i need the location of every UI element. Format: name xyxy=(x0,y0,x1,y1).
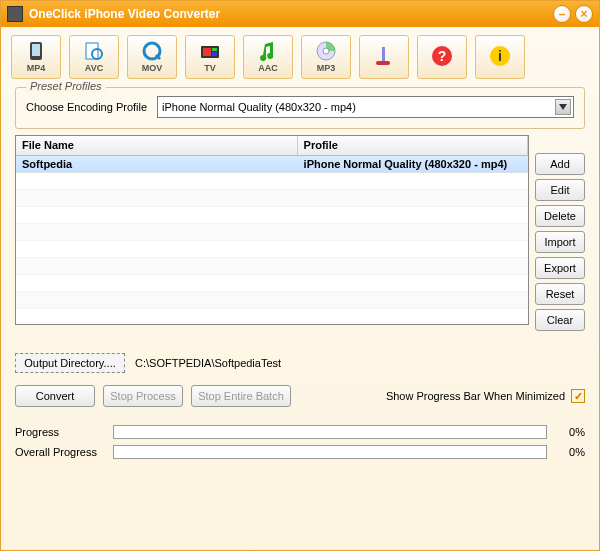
output-path: C:\SOFTPEDIA\SoftpediaTest xyxy=(135,357,281,369)
svg-rect-12 xyxy=(382,47,385,61)
stop-batch-button[interactable]: Stop Entire Batch xyxy=(191,385,291,407)
settings-button[interactable] xyxy=(359,35,409,79)
preset-legend: Preset Profiles xyxy=(26,80,106,92)
combo-arrow-icon[interactable] xyxy=(555,99,571,115)
preset-profiles-group: Preset Profiles Choose Encoding Profile … xyxy=(15,87,585,129)
help-button[interactable]: ? xyxy=(417,35,467,79)
phone-icon xyxy=(24,41,48,61)
stop-process-button[interactable]: Stop Process xyxy=(103,385,183,407)
title-bar: OneClick iPhone Video Converter – × xyxy=(1,1,599,27)
svg-rect-6 xyxy=(203,48,211,56)
show-progress-checkbox[interactable]: ✓ xyxy=(571,389,585,403)
svg-rect-7 xyxy=(212,48,217,51)
export-button[interactable]: Export xyxy=(535,257,585,279)
convert-button[interactable]: Convert xyxy=(15,385,95,407)
table-body: Softpedia iPhone Normal Quality (480x320… xyxy=(16,156,528,324)
show-progress-label: Show Progress Bar When Minimized xyxy=(386,390,565,402)
app-window: OneClick iPhone Video Converter – × MP4 … xyxy=(0,0,600,551)
encoding-profile-value: iPhone Normal Quality (480x320 - mp4) xyxy=(162,101,356,113)
quicktime-icon xyxy=(140,41,164,61)
minimize-button[interactable]: – xyxy=(553,5,571,23)
table-row[interactable]: Softpedia iPhone Normal Quality (480x320… xyxy=(16,156,528,173)
reset-button[interactable]: Reset xyxy=(535,283,585,305)
cell-profile: iPhone Normal Quality (480x320 - mp4) xyxy=(298,157,528,171)
col-profile[interactable]: Profile xyxy=(298,136,528,155)
window-title: OneClick iPhone Video Converter xyxy=(29,7,220,21)
svg-rect-11 xyxy=(376,61,390,65)
svg-point-10 xyxy=(323,48,329,54)
help-icon: ? xyxy=(430,46,454,66)
delete-button[interactable]: Delete xyxy=(535,205,585,227)
close-button[interactable]: × xyxy=(575,5,593,23)
mov-button[interactable]: MOV xyxy=(127,35,177,79)
overall-progress-bar xyxy=(113,445,547,459)
overall-progress-value: 0% xyxy=(555,446,585,458)
table-header: File Name Profile xyxy=(16,136,528,156)
tv-button[interactable]: TV xyxy=(185,35,235,79)
svg-text:?: ? xyxy=(438,48,447,64)
svg-text:i: i xyxy=(498,48,502,64)
mp3-button[interactable]: MP3 xyxy=(301,35,351,79)
overall-progress-label: Overall Progress xyxy=(15,446,105,458)
encoding-profile-label: Choose Encoding Profile xyxy=(26,101,147,113)
add-button[interactable]: Add xyxy=(535,153,585,175)
aac-button[interactable]: AAC xyxy=(243,35,293,79)
progress-label: Progress xyxy=(15,426,105,438)
file-list-table[interactable]: File Name Profile Softpedia iPhone Norma… xyxy=(15,135,529,325)
svg-rect-8 xyxy=(212,52,217,56)
screwdriver-icon xyxy=(372,46,396,66)
info-button[interactable]: i xyxy=(475,35,525,79)
avc-button[interactable]: AVC xyxy=(69,35,119,79)
encoding-profile-combo[interactable]: iPhone Normal Quality (480x320 - mp4) xyxy=(157,96,574,118)
col-file-name[interactable]: File Name xyxy=(16,136,298,155)
mp4-button[interactable]: MP4 xyxy=(11,35,61,79)
progress-value: 0% xyxy=(555,426,585,438)
info-icon: i xyxy=(488,46,512,66)
cell-file-name: Softpedia xyxy=(16,157,298,171)
tv-icon xyxy=(198,41,222,61)
import-button[interactable]: Import xyxy=(535,231,585,253)
disc-icon xyxy=(314,41,338,61)
svg-rect-1 xyxy=(32,44,40,56)
document-search-icon xyxy=(82,41,106,61)
music-note-icon xyxy=(256,41,280,61)
format-toolbar: MP4 AVC MOV TV AAC MP3 ? xyxy=(1,27,599,83)
progress-bar xyxy=(113,425,547,439)
app-icon xyxy=(7,6,23,22)
output-directory-button[interactable]: Output Directory.... xyxy=(15,353,125,373)
clear-button[interactable]: Clear xyxy=(535,309,585,331)
file-actions: Add Edit Delete Import Export Reset Clea… xyxy=(535,135,585,331)
edit-button[interactable]: Edit xyxy=(535,179,585,201)
